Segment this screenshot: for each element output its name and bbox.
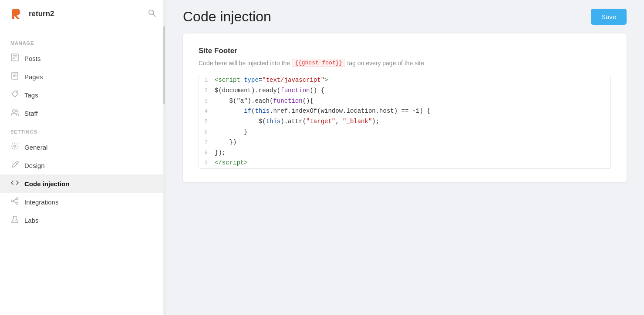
sidebar-item-tags[interactable]: Tags <box>0 86 165 104</box>
sidebar-item-general[interactable]: General <box>0 138 165 156</box>
sidebar-item-tags-label: Tags <box>24 91 38 99</box>
line-number: 8 <box>199 148 215 158</box>
line-number: 4 <box>199 107 215 116</box>
tags-icon <box>10 90 19 100</box>
site-footer-card: Site Footer Code here will be injected i… <box>183 34 627 182</box>
logo-area: return2 <box>9 6 54 22</box>
app-logo-icon <box>9 6 24 22</box>
sidebar-item-posts-label: Posts <box>24 55 41 62</box>
code-editor[interactable]: 1<script type="text/javascript">2$(docum… <box>199 75 611 169</box>
line-content: if(this.href.indexOf(window.location.hos… <box>215 106 610 117</box>
staff-icon <box>10 108 19 118</box>
svg-point-13 <box>14 145 16 147</box>
labs-icon <box>10 215 19 225</box>
sidebar-item-labs-label: Labs <box>24 217 39 224</box>
svg-point-10 <box>16 92 17 93</box>
svg-rect-6 <box>12 72 18 79</box>
line-number: 7 <box>199 138 215 147</box>
line-content: }) <box>215 137 610 148</box>
line-number: 1 <box>199 76 215 85</box>
line-content: } <box>215 127 610 137</box>
manage-label: MANAGE <box>0 40 165 49</box>
svg-point-12 <box>16 110 18 112</box>
table-row: 5 $(this).attr("target", "_blank"); <box>199 117 610 127</box>
main-body: Site Footer Code here will be injected i… <box>165 34 644 315</box>
site-footer-title: Site Footer <box>199 47 611 55</box>
line-content: }); <box>215 148 610 158</box>
line-number: 2 <box>199 86 215 96</box>
line-number: 5 <box>199 117 215 127</box>
sidebar-scrollbar <box>163 0 165 315</box>
pages-icon <box>10 72 19 81</box>
svg-point-15 <box>12 200 14 202</box>
description-after: tag on every page of the site <box>347 60 424 67</box>
line-number: 6 <box>199 127 215 137</box>
sidebar-item-general-label: General <box>24 144 47 151</box>
svg-point-16 <box>16 198 18 200</box>
line-content: $(this).attr("target", "_blank"); <box>215 117 610 127</box>
table-row: 2$(document).ready(function() { <box>199 86 610 96</box>
svg-line-14 <box>16 163 17 164</box>
table-row: 8}); <box>199 148 610 158</box>
main-header: Code injection Save <box>165 0 644 34</box>
svg-line-18 <box>13 199 16 201</box>
sidebar-item-staff[interactable]: Staff <box>0 104 165 122</box>
line-content: </script> <box>215 158 610 168</box>
table-row: 6 } <box>199 127 610 137</box>
svg-rect-2 <box>11 54 18 61</box>
svg-point-17 <box>16 202 18 204</box>
svg-point-22 <box>15 220 16 221</box>
table-row: 7 }) <box>199 137 610 148</box>
table-row: 3 $("a").each(function(){ <box>199 96 610 107</box>
table-row: 1<script type="text/javascript"> <box>199 75 610 86</box>
sidebar-item-design[interactable]: Design <box>0 156 165 174</box>
search-icon[interactable] <box>148 9 156 20</box>
sidebar: return2 MANAGE Posts <box>0 0 165 315</box>
code-injection-icon <box>10 179 19 188</box>
general-icon <box>10 142 19 152</box>
table-row: 4 if(this.href.indexOf(window.location.h… <box>199 106 610 117</box>
sidebar-item-design-label: Design <box>24 162 45 169</box>
line-number: 3 <box>199 97 215 106</box>
sidebar-item-code-injection-label: Code injection <box>24 180 69 188</box>
page-title: Code injection <box>183 9 271 25</box>
description-before: Code here will be injected into the <box>199 60 290 67</box>
sidebar-nav: MANAGE Posts Pages <box>0 28 165 315</box>
svg-line-1 <box>153 14 155 17</box>
site-footer-description: Code here will be injected into the {{gh… <box>199 59 611 67</box>
sidebar-item-integrations[interactable]: Integrations <box>0 193 165 211</box>
app-logo-text: return2 <box>29 10 54 18</box>
save-button[interactable]: Save <box>591 9 627 25</box>
integrations-icon <box>10 197 19 207</box>
svg-point-21 <box>13 221 14 221</box>
ghost-foot-tag: {{ghost_foot}} <box>292 59 345 67</box>
sidebar-item-posts[interactable]: Posts <box>0 49 165 67</box>
sidebar-item-pages[interactable]: Pages <box>0 67 165 86</box>
design-icon <box>10 161 19 170</box>
svg-line-19 <box>13 201 16 203</box>
settings-label: SETTINGS <box>0 129 165 138</box>
main-content-area: Code injection Save Site Footer Code her… <box>165 0 644 315</box>
sidebar-item-staff-label: Staff <box>24 110 38 117</box>
sidebar-item-code-injection[interactable]: Code injection <box>0 174 165 193</box>
posts-icon <box>10 54 19 63</box>
svg-point-11 <box>13 110 15 112</box>
table-row: 9</script> <box>199 158 610 168</box>
sidebar-item-pages-label: Pages <box>24 73 43 80</box>
sidebar-item-integrations-label: Integrations <box>24 198 58 206</box>
line-content: $("a").each(function(){ <box>215 96 610 107</box>
line-content: <script type="text/javascript"> <box>215 75 610 86</box>
line-content: $(document).ready(function() { <box>215 86 610 96</box>
sidebar-scrollbar-thumb <box>163 26 165 104</box>
sidebar-header: return2 <box>0 0 165 28</box>
svg-point-0 <box>149 10 154 15</box>
sidebar-item-labs[interactable]: Labs <box>0 211 165 229</box>
line-number: 9 <box>199 158 215 168</box>
